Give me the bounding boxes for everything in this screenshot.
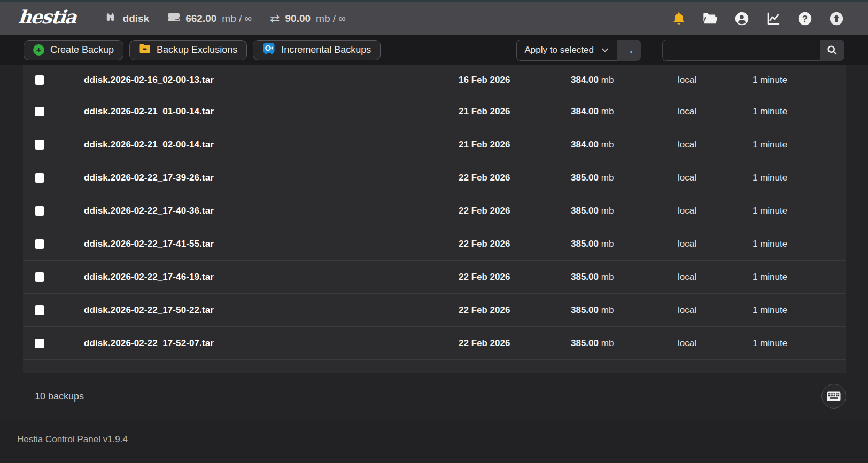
apply-to-selected-dropdown[interactable]: Apply to selected bbox=[516, 40, 617, 61]
disk-value: 662.00 bbox=[185, 13, 216, 25]
backup-date: 21 Feb 2026 bbox=[459, 106, 571, 117]
backup-date: 22 Feb 2026 bbox=[459, 239, 571, 249]
backup-runtime: 1 minute bbox=[753, 106, 846, 117]
backup-size: 384.00 mb bbox=[571, 139, 678, 150]
bandwidth-suffix: mb / ∞ bbox=[316, 13, 346, 25]
incremental-backups-label: Incremental Backups bbox=[281, 44, 371, 56]
backup-filename[interactable]: ddisk.2026-02-22_17-39-26.tar bbox=[71, 172, 459, 183]
create-backup-button[interactable]: + Create Backup bbox=[24, 40, 123, 60]
hard-drive-icon bbox=[167, 11, 180, 26]
table-row[interactable]: ddisk.2026-02-22_17-39-26.tar 22 Feb 202… bbox=[23, 161, 846, 194]
apply-to-selected-label: Apply to selected bbox=[525, 45, 594, 56]
backup-filename[interactable]: ddisk.2026-02-21_01-00-14.tar bbox=[71, 106, 459, 117]
list-footer: 10 backups bbox=[0, 373, 868, 420]
header-bar: hestia ddisk 662.00 mb / ∞ ⇄ 90.00 mb / … bbox=[0, 2, 868, 35]
backup-size: 384.00 mb bbox=[571, 75, 678, 85]
version-label: Hestia Control Panel v1.9.4 bbox=[17, 434, 128, 445]
backup-date: 22 Feb 2026 bbox=[459, 172, 571, 183]
backup-filename[interactable]: ddisk.2026-02-16_02-00-13.tar bbox=[71, 75, 459, 85]
backup-exclusions-button[interactable]: Backup Exclusions bbox=[129, 40, 247, 60]
file-manager-folder-icon[interactable] bbox=[702, 11, 718, 27]
chevron-down-icon bbox=[601, 48, 609, 53]
keyboard-shortcuts-button[interactable] bbox=[821, 384, 846, 409]
bottom-bar: Hestia Control Panel v1.9.4 bbox=[0, 420, 868, 458]
backup-filename[interactable]: ddisk.2026-02-22_17-46-19.tar bbox=[71, 272, 459, 282]
row-checkbox[interactable] bbox=[35, 206, 44, 216]
table-row[interactable]: ddisk.2026-02-22_17-50-22.tar 22 Feb 202… bbox=[23, 294, 846, 327]
user-profile-icon[interactable] bbox=[734, 11, 750, 27]
backup-runtime: 1 minute bbox=[753, 338, 846, 349]
toolbar: + Create Backup Backup Exclusions Increm… bbox=[0, 35, 868, 65]
row-checkbox-cell bbox=[23, 107, 71, 116]
row-checkbox-cell bbox=[23, 239, 71, 249]
backup-type: local bbox=[678, 75, 753, 85]
row-checkbox[interactable] bbox=[35, 140, 44, 150]
backup-filename[interactable]: ddisk.2026-02-22_17-40-36.tar bbox=[71, 206, 459, 216]
row-checkbox[interactable] bbox=[35, 305, 44, 315]
backup-date: 16 Feb 2026 bbox=[459, 75, 571, 85]
backup-size: 385.00 mb bbox=[571, 239, 678, 249]
incremental-backups-button[interactable]: Incremental Backups bbox=[253, 40, 381, 60]
search-input[interactable] bbox=[662, 40, 820, 61]
backups-table: ddisk.2026-02-16_02-00-13.tar 16 Feb 202… bbox=[23, 65, 846, 373]
search-button[interactable] bbox=[820, 40, 844, 61]
apply-group: Apply to selected → bbox=[516, 40, 641, 61]
logout-icon[interactable] bbox=[828, 11, 844, 27]
row-checkbox[interactable] bbox=[35, 173, 44, 183]
header-icon-group: ? bbox=[671, 11, 844, 27]
backup-size: 385.00 mb bbox=[571, 305, 678, 316]
table-row[interactable]: ddisk.2026-02-21_02-00-14.tar 21 Feb 202… bbox=[23, 128, 846, 161]
user-stat[interactable]: ddisk bbox=[106, 11, 150, 26]
apply-go-button[interactable]: → bbox=[617, 40, 641, 61]
usage-stats: ddisk 662.00 mb / ∞ ⇄ 90.00 mb / ∞ bbox=[106, 11, 346, 26]
table-row[interactable]: ddisk.2026-02-22_17-41-55.tar 22 Feb 202… bbox=[23, 227, 846, 261]
table-row[interactable]: ddisk.2026-02-22_17-40-36.tar 22 Feb 202… bbox=[23, 194, 846, 227]
backup-type: local bbox=[678, 272, 753, 282]
backup-filename[interactable]: ddisk.2026-02-22_17-50-22.tar bbox=[71, 305, 459, 316]
disk-usage-stat[interactable]: 662.00 mb / ∞ bbox=[167, 11, 252, 26]
statistics-chart-icon[interactable] bbox=[765, 11, 781, 27]
row-checkbox-cell bbox=[23, 305, 71, 315]
row-checkbox[interactable] bbox=[35, 239, 44, 249]
row-checkbox-cell bbox=[23, 173, 71, 183]
backup-size: 385.00 mb bbox=[571, 272, 678, 282]
backup-type: local bbox=[678, 305, 753, 316]
row-checkbox[interactable] bbox=[35, 339, 44, 348]
backup-date: 22 Feb 2026 bbox=[459, 305, 571, 316]
backup-filename[interactable]: ddisk.2026-02-21_02-00-14.tar bbox=[71, 139, 459, 150]
backup-runtime: 1 minute bbox=[753, 272, 846, 282]
table-row[interactable]: ddisk.2026-02-21_01-00-14.tar 21 Feb 202… bbox=[23, 95, 846, 128]
help-question-icon[interactable]: ? bbox=[797, 11, 813, 27]
backup-date: 21 Feb 2026 bbox=[459, 139, 571, 150]
backup-type: local bbox=[678, 139, 753, 150]
backup-size: 384.00 mb bbox=[571, 106, 678, 117]
username: ddisk bbox=[123, 13, 150, 25]
backup-size: 385.00 mb bbox=[571, 338, 678, 349]
row-checkbox[interactable] bbox=[35, 75, 44, 85]
keyboard-icon bbox=[827, 391, 841, 401]
bandwidth-stat[interactable]: ⇄ 90.00 mb / ∞ bbox=[270, 13, 346, 25]
bandwidth-value: 90.00 bbox=[285, 13, 311, 25]
backup-exclusions-label: Backup Exclusions bbox=[157, 44, 237, 56]
row-checkbox-cell bbox=[23, 140, 71, 150]
backup-runtime: 1 minute bbox=[753, 305, 846, 316]
backup-runtime: 1 minute bbox=[753, 206, 846, 216]
table-row[interactable]: ddisk.2026-02-22_17-46-19.tar 22 Feb 202… bbox=[23, 261, 846, 294]
hestia-logo[interactable]: hestia bbox=[18, 7, 76, 29]
backup-filename[interactable]: ddisk.2026-02-22_17-52-07.tar bbox=[71, 338, 459, 349]
backup-runtime: 1 minute bbox=[753, 172, 846, 183]
backup-type: local bbox=[678, 206, 753, 216]
notifications-bell-icon[interactable] bbox=[671, 11, 687, 27]
backup-filename[interactable]: ddisk.2026-02-22_17-41-55.tar bbox=[71, 239, 459, 249]
folder-minus-icon bbox=[139, 43, 151, 57]
row-checkbox[interactable] bbox=[35, 272, 44, 282]
backup-type: local bbox=[678, 338, 753, 349]
toolbar-right: Apply to selected → bbox=[516, 40, 844, 61]
row-checkbox-cell bbox=[23, 272, 71, 282]
table-row[interactable]: ddisk.2026-02-22_17-52-07.tar 22 Feb 202… bbox=[23, 327, 846, 360]
backup-date: 22 Feb 2026 bbox=[459, 272, 571, 282]
row-checkbox-cell bbox=[23, 206, 71, 216]
row-checkbox[interactable] bbox=[35, 107, 44, 116]
table-row[interactable]: ddisk.2026-02-16_02-00-13.tar 16 Feb 202… bbox=[23, 65, 846, 95]
backup-type: local bbox=[678, 239, 753, 249]
